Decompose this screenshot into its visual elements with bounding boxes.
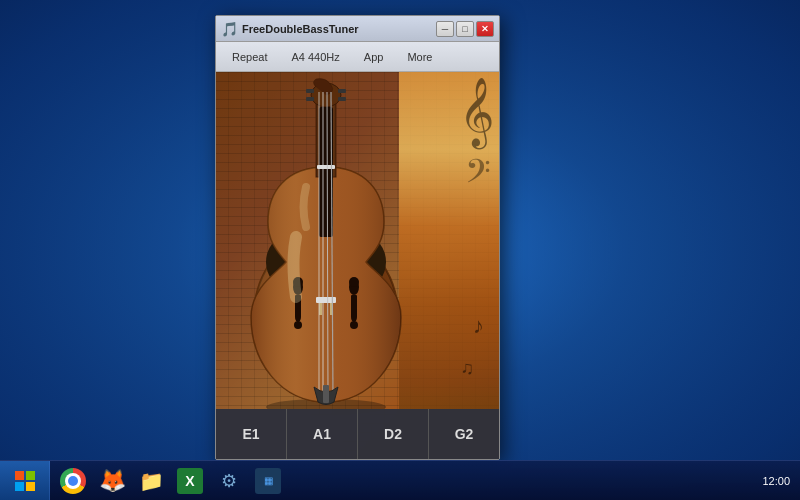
bass-clef-symbol: 𝄢: [465, 152, 491, 199]
svg-rect-36: [15, 471, 24, 480]
taskbar-media[interactable]: ▦: [250, 463, 286, 499]
svg-rect-24: [306, 97, 314, 101]
close-button[interactable]: ✕: [476, 21, 494, 37]
taskbar-chrome[interactable]: [55, 463, 91, 499]
svg-rect-25: [338, 97, 346, 101]
menu-item-repeat[interactable]: Repeat: [221, 47, 278, 67]
window-title: FreeDoubleBassTuner: [242, 23, 436, 35]
svg-point-17: [349, 277, 359, 287]
system-time: 12:00: [762, 475, 790, 487]
svg-rect-39: [26, 482, 35, 491]
string-button-g2[interactable]: G2: [429, 409, 499, 459]
svg-rect-22: [306, 89, 314, 93]
app-window: 🎵 FreeDoubleBassTuner ─ □ ✕ Repeat A4 44…: [215, 15, 500, 460]
treble-clef-symbol: 𝄞: [459, 82, 494, 142]
start-button[interactable]: [0, 461, 50, 501]
svg-rect-29: [319, 303, 322, 315]
taskbar-icons: 🦊 📁 X ⚙ ▦: [50, 463, 291, 499]
svg-rect-27: [317, 165, 335, 169]
menu-item-more[interactable]: More: [396, 47, 443, 67]
menu-bar: Repeat A4 440Hz App More: [216, 42, 499, 72]
svg-rect-23: [338, 89, 346, 93]
bass-svg: [236, 77, 416, 417]
title-bar: 🎵 FreeDoubleBassTuner ─ □ ✕: [216, 16, 499, 42]
taskbar: 🦊 📁 X ⚙ ▦ 12:00: [0, 460, 800, 500]
music-note-2: ♫: [461, 358, 475, 379]
svg-point-18: [350, 321, 358, 329]
svg-rect-35: [323, 385, 329, 403]
string-button-a1[interactable]: A1: [287, 409, 358, 459]
app-icon: 🎵: [221, 21, 237, 37]
svg-point-13: [294, 321, 302, 329]
app-content: 𝄞 𝄢 ♪ ♫: [216, 72, 499, 459]
windows-logo-icon: [13, 469, 37, 493]
taskbar-excel[interactable]: X: [172, 463, 208, 499]
minimize-button[interactable]: ─: [436, 21, 454, 37]
string-button-e1[interactable]: E1: [216, 409, 287, 459]
menu-item-a4[interactable]: A4 440Hz: [280, 47, 350, 67]
music-note-1: ♪: [473, 313, 484, 339]
svg-rect-16: [351, 295, 357, 317]
string-button-d2[interactable]: D2: [358, 409, 429, 459]
maximize-button[interactable]: □: [456, 21, 474, 37]
menu-item-app[interactable]: App: [353, 47, 395, 67]
string-buttons: E1 A1 D2 G2: [216, 409, 499, 459]
taskbar-settings[interactable]: ⚙: [211, 463, 247, 499]
svg-rect-38: [15, 482, 24, 491]
taskbar-explorer[interactable]: 📁: [133, 463, 169, 499]
bass-instrument-container: [226, 77, 426, 417]
svg-rect-37: [26, 471, 35, 480]
taskbar-right: 12:00: [752, 475, 800, 487]
title-bar-buttons: ─ □ ✕: [436, 21, 494, 37]
taskbar-firefox[interactable]: 🦊: [94, 463, 130, 499]
